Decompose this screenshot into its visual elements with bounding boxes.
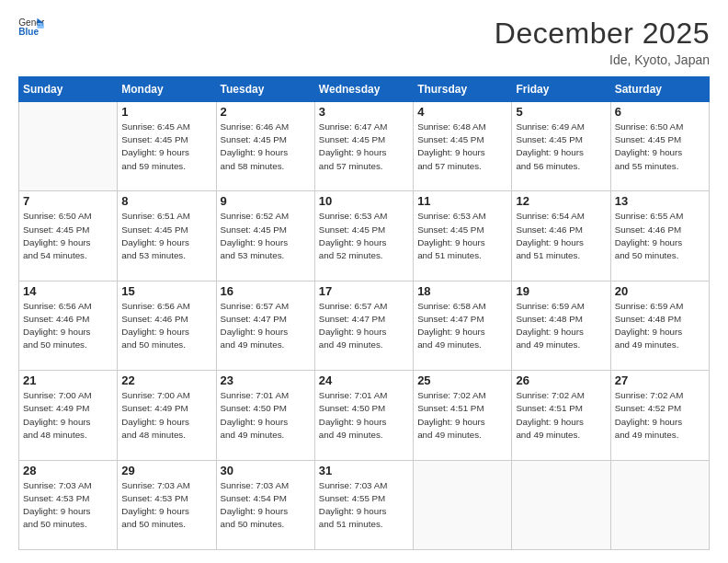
table-row: 9Sunrise: 6:52 AMSunset: 4:45 PMDaylight… [216, 191, 314, 281]
table-row: 4Sunrise: 6:48 AMSunset: 4:45 PMDaylight… [414, 102, 512, 191]
table-row [610, 460, 709, 549]
col-thursday: Thursday [414, 77, 512, 102]
table-row [512, 460, 610, 549]
cell-info: Sunrise: 7:03 AMSunset: 4:55 PMDaylight:… [319, 479, 409, 532]
location: Ide, Kyoto, Japan [495, 52, 710, 67]
day-number: 16 [221, 284, 311, 298]
logo-icon: General Blue [18, 17, 44, 37]
day-number: 14 [23, 284, 113, 298]
table-row: 15Sunrise: 6:56 AMSunset: 4:46 PMDayligh… [118, 281, 216, 370]
cell-info: Sunrise: 6:46 AMSunset: 4:45 PMDaylight:… [221, 121, 311, 173]
cell-info: Sunrise: 6:48 AMSunset: 4:45 PMDaylight:… [417, 121, 507, 173]
day-number: 19 [516, 284, 606, 298]
cell-info: Sunrise: 6:54 AMSunset: 4:46 PMDaylight:… [516, 210, 606, 262]
cell-info: Sunrise: 6:58 AMSunset: 4:47 PMDaylight:… [417, 300, 507, 352]
day-number: 28 [23, 464, 113, 477]
cell-info: Sunrise: 6:57 AMSunset: 4:47 PMDaylight:… [319, 300, 409, 352]
cell-info: Sunrise: 7:02 AMSunset: 4:52 PMDaylight:… [615, 389, 705, 442]
cell-info: Sunrise: 7:03 AMSunset: 4:53 PMDaylight:… [23, 479, 113, 532]
day-number: 25 [417, 373, 507, 387]
cell-info: Sunrise: 6:52 AMSunset: 4:45 PMDaylight:… [221, 210, 311, 262]
table-row: 25Sunrise: 7:02 AMSunset: 4:51 PMDayligh… [414, 371, 512, 460]
cell-info: Sunrise: 6:49 AMSunset: 4:45 PMDaylight:… [516, 121, 606, 173]
table-row: 23Sunrise: 7:01 AMSunset: 4:50 PMDayligh… [216, 371, 314, 460]
day-number: 5 [516, 105, 606, 119]
col-monday: Monday [118, 77, 216, 102]
table-row: 31Sunrise: 7:03 AMSunset: 4:55 PMDayligh… [314, 460, 413, 549]
calendar-week-row: 7Sunrise: 6:50 AMSunset: 4:45 PMDaylight… [19, 191, 710, 281]
table-row: 13Sunrise: 6:55 AMSunset: 4:46 PMDayligh… [610, 191, 709, 281]
calendar-table: Sunday Monday Tuesday Wednesday Thursday… [18, 76, 710, 550]
table-row: 3Sunrise: 6:47 AMSunset: 4:45 PMDaylight… [314, 102, 413, 191]
day-number: 12 [516, 194, 606, 208]
day-number: 21 [23, 373, 113, 387]
table-row: 12Sunrise: 6:54 AMSunset: 4:46 PMDayligh… [512, 191, 610, 281]
svg-text:Blue: Blue [18, 27, 39, 37]
page: General Blue December 2025 Ide, Kyoto, J… [0, 0, 728, 563]
col-sunday: Sunday [19, 77, 118, 102]
cell-info: Sunrise: 6:50 AMSunset: 4:45 PMDaylight:… [23, 210, 113, 262]
day-number: 6 [615, 105, 705, 119]
cell-info: Sunrise: 7:02 AMSunset: 4:51 PMDaylight:… [516, 389, 606, 442]
day-number: 9 [221, 194, 311, 208]
table-row: 6Sunrise: 6:50 AMSunset: 4:45 PMDaylight… [610, 102, 709, 191]
day-number: 26 [516, 373, 606, 387]
table-row [414, 460, 512, 549]
day-number: 22 [121, 373, 211, 387]
col-saturday: Saturday [610, 77, 709, 102]
table-row: 1Sunrise: 6:45 AMSunset: 4:45 PMDaylight… [118, 102, 216, 191]
table-row: 16Sunrise: 6:57 AMSunset: 4:47 PMDayligh… [216, 281, 314, 370]
cell-info: Sunrise: 7:00 AMSunset: 4:49 PMDaylight:… [121, 389, 211, 442]
cell-info: Sunrise: 6:53 AMSunset: 4:45 PMDaylight:… [417, 210, 507, 262]
day-number: 17 [319, 284, 409, 298]
month-title: December 2025 [495, 17, 710, 51]
table-row: 24Sunrise: 7:01 AMSunset: 4:50 PMDayligh… [314, 371, 413, 460]
cell-info: Sunrise: 6:53 AMSunset: 4:45 PMDaylight:… [319, 210, 409, 262]
cell-info: Sunrise: 6:47 AMSunset: 4:45 PMDaylight:… [319, 121, 409, 173]
day-number: 23 [221, 373, 311, 387]
day-number: 8 [121, 194, 211, 208]
table-row: 20Sunrise: 6:59 AMSunset: 4:48 PMDayligh… [610, 281, 709, 370]
calendar-week-row: 21Sunrise: 7:00 AMSunset: 4:49 PMDayligh… [19, 371, 710, 460]
table-row: 26Sunrise: 7:02 AMSunset: 4:51 PMDayligh… [512, 371, 610, 460]
cell-info: Sunrise: 7:00 AMSunset: 4:49 PMDaylight:… [23, 389, 113, 442]
svg-marker-3 [37, 23, 43, 28]
table-row: 28Sunrise: 7:03 AMSunset: 4:53 PMDayligh… [19, 460, 118, 549]
cell-info: Sunrise: 6:51 AMSunset: 4:45 PMDaylight:… [121, 210, 211, 262]
day-number: 24 [319, 373, 409, 387]
calendar-week-row: 14Sunrise: 6:56 AMSunset: 4:46 PMDayligh… [19, 281, 710, 370]
table-row: 10Sunrise: 6:53 AMSunset: 4:45 PMDayligh… [314, 191, 413, 281]
table-row: 5Sunrise: 6:49 AMSunset: 4:45 PMDaylight… [512, 102, 610, 191]
cell-info: Sunrise: 7:01 AMSunset: 4:50 PMDaylight:… [319, 389, 409, 442]
cell-info: Sunrise: 6:59 AMSunset: 4:48 PMDaylight:… [516, 300, 606, 352]
table-row: 21Sunrise: 7:00 AMSunset: 4:49 PMDayligh… [19, 371, 118, 460]
calendar-header-row: Sunday Monday Tuesday Wednesday Thursday… [19, 77, 710, 102]
col-tuesday: Tuesday [216, 77, 314, 102]
calendar-week-row: 1Sunrise: 6:45 AMSunset: 4:45 PMDaylight… [19, 102, 710, 191]
calendar-week-row: 28Sunrise: 7:03 AMSunset: 4:53 PMDayligh… [19, 460, 710, 549]
cell-info: Sunrise: 7:02 AMSunset: 4:51 PMDaylight:… [417, 389, 507, 442]
title-block: December 2025 Ide, Kyoto, Japan [495, 17, 710, 67]
table-row: 19Sunrise: 6:59 AMSunset: 4:48 PMDayligh… [512, 281, 610, 370]
table-row: 18Sunrise: 6:58 AMSunset: 4:47 PMDayligh… [414, 281, 512, 370]
day-number: 3 [319, 105, 409, 119]
cell-info: Sunrise: 6:57 AMSunset: 4:47 PMDaylight:… [221, 300, 311, 352]
table-row: 8Sunrise: 6:51 AMSunset: 4:45 PMDaylight… [118, 191, 216, 281]
day-number: 27 [615, 373, 705, 387]
day-number: 2 [221, 105, 311, 119]
table-row: 22Sunrise: 7:00 AMSunset: 4:49 PMDayligh… [118, 371, 216, 460]
table-row: 30Sunrise: 7:03 AMSunset: 4:54 PMDayligh… [216, 460, 314, 549]
day-number: 13 [615, 194, 705, 208]
day-number: 15 [121, 284, 211, 298]
header: General Blue December 2025 Ide, Kyoto, J… [18, 17, 710, 67]
day-number: 1 [121, 105, 211, 119]
table-row: 14Sunrise: 6:56 AMSunset: 4:46 PMDayligh… [19, 281, 118, 370]
table-row: 17Sunrise: 6:57 AMSunset: 4:47 PMDayligh… [314, 281, 413, 370]
day-number: 20 [615, 284, 705, 298]
day-number: 11 [417, 194, 507, 208]
cell-info: Sunrise: 6:55 AMSunset: 4:46 PMDaylight:… [615, 210, 705, 262]
table-row: 27Sunrise: 7:02 AMSunset: 4:52 PMDayligh… [610, 371, 709, 460]
cell-info: Sunrise: 6:45 AMSunset: 4:45 PMDaylight:… [121, 121, 211, 173]
col-friday: Friday [512, 77, 610, 102]
logo: General Blue [18, 17, 44, 37]
